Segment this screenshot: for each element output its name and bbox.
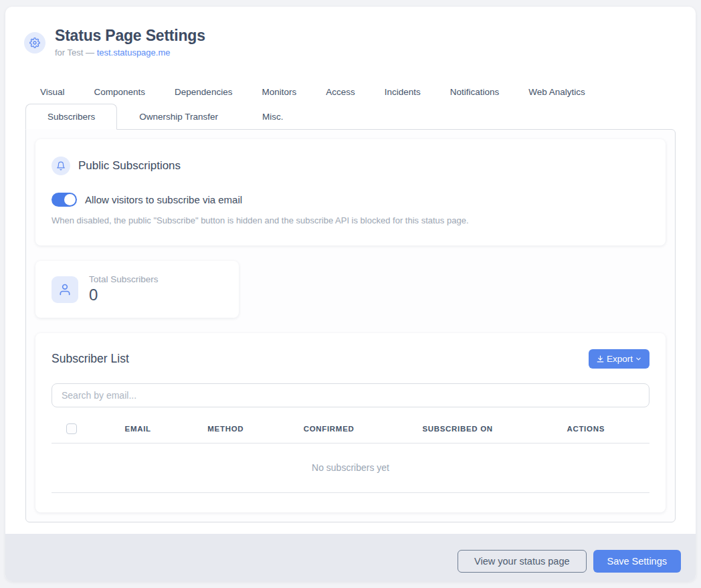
tab-web-analytics[interactable]: Web Analytics — [514, 80, 600, 104]
tab-monitors[interactable]: Monitors — [247, 80, 311, 104]
empty-state-text: No subscribers yet — [312, 462, 389, 473]
column-header-method: METHOD — [187, 425, 264, 433]
chevron-down-icon — [635, 355, 642, 363]
table-header-row: EMAIL METHOD CONFIRMED SUBSCRIBED ON ACT… — [52, 423, 649, 444]
toggle-description: When disabled, the public "Subscribe" bu… — [52, 215, 649, 225]
page-header: Status Page Settings for Test — test.sta… — [5, 7, 696, 58]
toggle-knob — [64, 194, 76, 205]
status-page-link[interactable]: test.statuspage.me — [97, 47, 171, 58]
subscriber-list-header: Subscriber List Export — [52, 349, 649, 369]
select-all-checkbox[interactable] — [66, 423, 77, 434]
total-subscribers-card: Total Subscribers 0 — [35, 261, 239, 318]
export-button-label: Export — [607, 354, 633, 364]
column-header-subscribed-on: SUBSCRIBED ON — [393, 425, 522, 433]
tab-visual[interactable]: Visual — [25, 80, 80, 104]
toggle-label: Allow visitors to subscribe via email — [85, 194, 242, 205]
public-subscriptions-header: Public Subscriptions — [52, 157, 649, 175]
subtitle-prefix: for Test — — [55, 47, 94, 58]
tab-subscribers[interactable]: Subscribers — [25, 104, 117, 130]
page-subtitle: for Test — test.statuspage.me — [55, 47, 205, 58]
status-page-settings-card: Status Page Settings for Test — test.sta… — [5, 7, 696, 581]
public-subscriptions-card: Public Subscriptions Allow visitors to s… — [35, 139, 666, 246]
total-subscribers-label: Total Subscribers — [89, 274, 159, 284]
tab-misc[interactable]: Misc. — [240, 104, 306, 130]
download-icon — [596, 355, 605, 363]
public-subscriptions-heading: Public Subscriptions — [78, 159, 181, 173]
empty-state-row: No subscribers yet — [52, 444, 649, 493]
view-status-page-button[interactable]: View your status page — [458, 550, 586, 573]
column-header-email: EMAIL — [89, 425, 187, 433]
page-title: Status Page Settings — [55, 27, 205, 45]
subscribe-toggle-row: Allow visitors to subscribe via email — [52, 193, 649, 207]
tabs-row-primary: Visual Components Dependencies Monitors … — [5, 80, 696, 104]
tab-incidents[interactable]: Incidents — [370, 80, 435, 104]
total-subscribers-value: 0 — [89, 286, 159, 304]
subscriber-list-card: Subscriber List Export EMAIL METHOD CONF… — [35, 333, 666, 512]
tab-access[interactable]: Access — [311, 80, 370, 104]
tab-ownership-transfer[interactable]: Ownership Transfer — [117, 104, 240, 130]
footer-bar: View your status page Save Settings — [5, 534, 696, 581]
stat-text: Total Subscribers 0 — [89, 274, 159, 304]
subscribers-tab-panel: Public Subscriptions Allow visitors to s… — [25, 129, 676, 522]
user-icon — [52, 276, 78, 303]
tab-notifications[interactable]: Notifications — [435, 80, 514, 104]
column-header-actions: ACTIONS — [522, 425, 649, 433]
search-input[interactable] — [52, 383, 649, 407]
gear-icon — [24, 32, 45, 54]
column-header-confirmed: CONFIRMED — [264, 425, 393, 433]
header-text: Status Page Settings for Test — test.sta… — [55, 27, 205, 58]
subscriber-list-heading: Subscriber List — [52, 352, 129, 366]
allow-subscribe-toggle[interactable] — [52, 193, 77, 207]
save-settings-button[interactable]: Save Settings — [593, 550, 681, 573]
tab-dependencies[interactable]: Dependencies — [160, 80, 247, 104]
tab-components[interactable]: Components — [80, 80, 161, 104]
bell-icon — [52, 157, 70, 175]
export-button[interactable]: Export — [589, 349, 649, 369]
tabs-row-secondary: Subscribers Ownership Transfer Misc. — [5, 104, 696, 129]
